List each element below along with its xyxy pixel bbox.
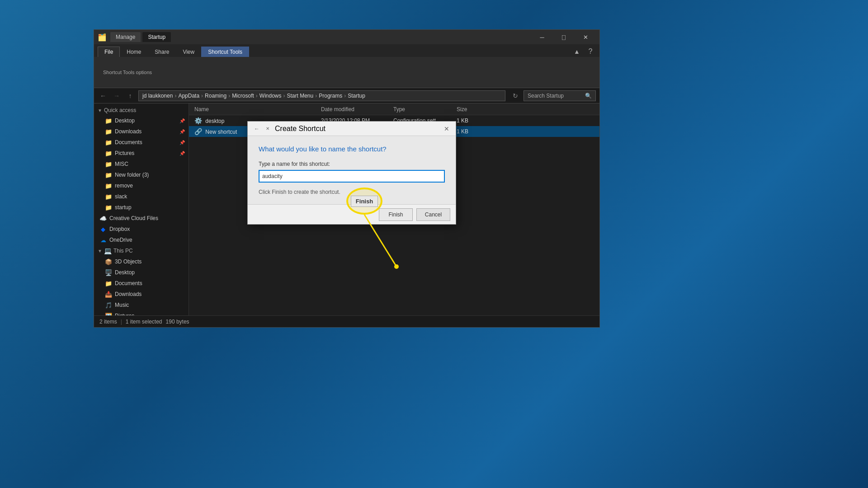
refresh-button[interactable]: ↻ [510, 90, 521, 101]
col-name-header[interactable]: Name [193, 106, 319, 113]
ribbon-content: Shortcut Tools options [94, 57, 599, 88]
sidebar-item-creative-cloud[interactable]: ☁️ Creative Cloud Files [94, 213, 189, 224]
folder-icon: 🖥️ [105, 269, 112, 276]
col-size-header[interactable]: Size [455, 106, 491, 113]
folder-icon: 📁 [105, 280, 112, 287]
shortcut-name-input[interactable] [259, 170, 445, 183]
sidebar-label: Desktop [115, 269, 135, 276]
sidebar-item-desktop-thispc[interactable]: 🖥️ Desktop [94, 267, 189, 278]
sidebar-label: Music [115, 302, 129, 308]
tab-manage[interactable]: Manage [110, 32, 141, 42]
forward-button[interactable]: → [111, 90, 122, 101]
downloads-icon: 📥 [105, 291, 112, 298]
sidebar-item-downloads-thispc[interactable]: 📥 Downloads [94, 289, 189, 300]
sidebar-item-startup[interactable]: 📁 startup [94, 202, 189, 213]
back-button[interactable]: ← [98, 90, 108, 101]
sidebar-item-newfolder3[interactable]: 📁 New folder (3) [94, 169, 189, 180]
sidebar-item-misc[interactable]: 📁 MISC [94, 159, 189, 169]
folder-icon: 📁 [105, 150, 112, 157]
search-icon[interactable]: 🔍 [585, 93, 592, 99]
path-windows: Windows [259, 93, 282, 99]
quick-access-header[interactable]: ▼ Quick access [94, 105, 189, 115]
sidebar-item-desktop-pinned[interactable]: 📁 Desktop 📌 [94, 115, 189, 126]
this-pc-arrow: ▼ [98, 249, 102, 253]
sidebar-label: Dropbox [109, 226, 130, 232]
dialog-body: What would you like to name the shortcut… [248, 136, 456, 204]
sidebar-item-music[interactable]: 🎵 Music [94, 300, 189, 310]
music-icon: 🎵 [105, 301, 112, 309]
sidebar-item-documents-pinned[interactable]: 📁 Documents 📌 [94, 137, 189, 148]
pictures-icon: 🖼️ [105, 312, 112, 315]
dialog-footer: Finish Cancel [248, 204, 456, 224]
sidebar-item-documents-thispc[interactable]: 📁 Documents [94, 278, 189, 289]
sidebar-label: New folder (3) [115, 172, 149, 178]
title-bar: 🗂️ Manage Startup ─ ⎕ ✕ [94, 30, 599, 44]
maximize-button[interactable]: ⎕ [553, 30, 574, 44]
cancel-button[interactable]: Cancel [416, 208, 450, 221]
ribbon-tab-home[interactable]: Home [120, 47, 148, 57]
create-shortcut-dialog: ← ✕ Create Shortcut ✕ What would you lik… [247, 121, 456, 225]
dialog-close-button[interactable]: ✕ [442, 124, 451, 133]
sidebar-item-downloads-pinned[interactable]: 📁 Downloads 📌 [94, 126, 189, 137]
sidebar-label: Downloads [115, 291, 142, 297]
folder-icon: 📁 [105, 139, 112, 146]
sidebar-label: remove [115, 183, 133, 189]
sidebar: ▼ Quick access 📁 Desktop 📌 📁 Downloads 📌… [94, 103, 189, 315]
ribbon-tab-share[interactable]: Share [148, 47, 176, 57]
status-items-count: 2 items [99, 319, 117, 325]
quick-access-label: Quick access [104, 107, 136, 113]
status-selected: 1 item selected [126, 319, 162, 325]
dialog-back-button[interactable]: ← [252, 124, 261, 133]
path-startmenu: Start Menu [287, 93, 314, 99]
sidebar-label: Documents [115, 280, 142, 286]
finish-button[interactable]: Finish [379, 208, 413, 221]
up-button[interactable]: ↑ [125, 90, 136, 101]
minimize-button[interactable]: ─ [532, 30, 552, 44]
this-pc-header[interactable]: ▼ 💻 This PC [94, 245, 189, 256]
pin-icon: 📌 [179, 118, 185, 123]
path-programs: Programs [319, 93, 342, 99]
title-bar-left: 🗂️ Manage Startup [98, 32, 171, 42]
dialog-heading: What would you like to name the shortcut… [259, 145, 445, 153]
search-placeholder: Search Startup [528, 93, 564, 99]
ribbon-collapse-button[interactable]: ▲ [571, 46, 582, 57]
file-size: 1 KB [455, 128, 491, 135]
pin-icon: 📌 [179, 151, 185, 156]
sidebar-label: Creative Cloud Files [109, 215, 158, 221]
sidebar-label: Downloads [115, 128, 142, 135]
ribbon-tab-view[interactable]: View [176, 47, 201, 57]
sidebar-item-pictures-pinned[interactable]: 📁 Pictures 📌 [94, 148, 189, 159]
sidebar-item-slack[interactable]: 📁 slack [94, 191, 189, 202]
dialog-close-icon-small[interactable]: ✕ [263, 124, 272, 133]
address-bar: ← → ↑ jd laukkonen › AppData › Roaming ›… [94, 88, 599, 103]
ribbon-tabs: File Home Share View Shortcut Tools ▲ ? [94, 44, 599, 57]
ribbon-tab-shortcut-tools[interactable]: Shortcut Tools [201, 47, 249, 57]
close-button[interactable]: ✕ [575, 30, 596, 44]
sidebar-item-remove[interactable]: 📁 remove [94, 180, 189, 191]
quick-access-arrow: ▼ [98, 108, 102, 113]
path-roaming: Roaming [205, 93, 226, 99]
path-jd: jd laukkonen [142, 93, 173, 99]
dialog-input-label: Type a name for this shortcut: [259, 161, 445, 167]
computer-icon: 💻 [104, 247, 112, 254]
sidebar-item-dropbox[interactable]: ◆ Dropbox [94, 224, 189, 235]
col-type-header[interactable]: Type [392, 106, 455, 113]
path-microsoft: Microsoft [232, 93, 254, 99]
sidebar-label: slack [115, 193, 127, 200]
dropbox-icon: ◆ [99, 225, 107, 233]
folder-3d-icon: 📦 [105, 258, 112, 265]
ribbon-tab-file[interactable]: File [98, 47, 120, 57]
search-box[interactable]: Search Startup 🔍 [524, 90, 596, 101]
address-path[interactable]: jd laukkonen › AppData › Roaming › Micro… [138, 90, 505, 101]
file-list-header: Name Date modified Type Size [189, 103, 599, 115]
sidebar-item-3dobjects[interactable]: 📦 3D Objects [94, 256, 189, 267]
help-button[interactable]: ? [585, 46, 596, 57]
sidebar-label: MISC [115, 161, 128, 167]
col-date-header[interactable]: Date modified [319, 106, 392, 113]
sidebar-item-onedrive[interactable]: ☁ OneDrive [94, 235, 189, 245]
creative-cloud-icon: ☁️ [99, 215, 107, 222]
dialog-title-text: Create Shortcut [275, 125, 326, 133]
sidebar-label: Pictures [115, 150, 134, 156]
sidebar-item-pictures-thispc[interactable]: 🖼️ Pictures [94, 310, 189, 315]
tab-startup[interactable]: Startup [142, 32, 171, 42]
